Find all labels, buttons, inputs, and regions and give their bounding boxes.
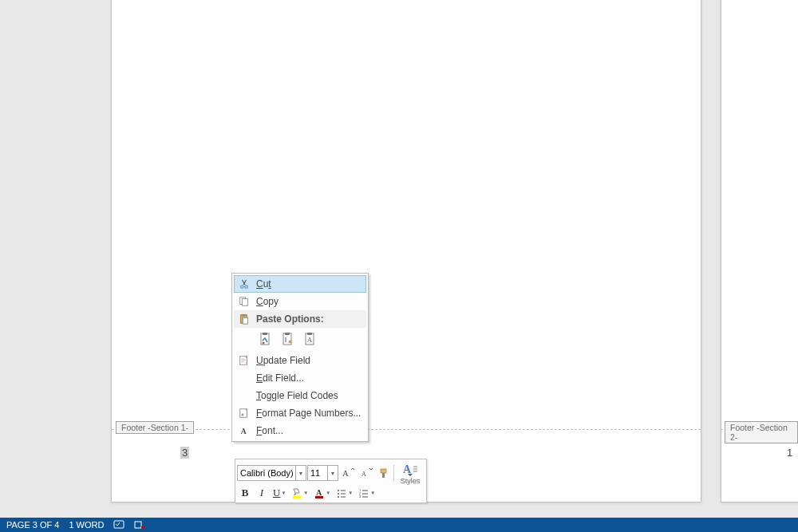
font-icon: A xyxy=(237,424,251,437)
svg-rect-25 xyxy=(293,496,301,499)
svg-point-29 xyxy=(338,493,339,495)
menu-cut[interactable]: Cut xyxy=(234,275,366,293)
svg-point-30 xyxy=(338,496,339,498)
svg-rect-13 xyxy=(307,333,312,335)
grow-font-button[interactable]: A xyxy=(339,465,357,481)
macro-record-icon[interactable] xyxy=(134,520,145,530)
paste-icon xyxy=(237,313,251,325)
svg-point-1 xyxy=(245,286,248,289)
status-bar: PAGE 3 OF 4 1 WORD xyxy=(0,518,798,532)
paste-keep-source-formatting[interactable] xyxy=(256,331,275,349)
separator xyxy=(393,465,394,481)
toggle-field-codes-icon xyxy=(237,389,251,402)
font-name-select[interactable] xyxy=(237,465,296,481)
menu-font-label: Font... xyxy=(256,425,283,436)
styles-label: Styles xyxy=(401,477,421,485)
svg-rect-22 xyxy=(381,469,386,473)
styles-button[interactable]: A xyxy=(399,461,421,477)
menu-toggle-field-codes-label: Toggle Field Codes xyxy=(256,390,338,401)
svg-rect-27 xyxy=(315,496,323,499)
menu-edit-field[interactable]: Edit Field... xyxy=(234,369,366,387)
format-page-numbers-icon: # xyxy=(237,407,251,420)
font-color-button[interactable]: A ▼ xyxy=(311,485,333,501)
edit-field-icon xyxy=(237,372,251,384)
cut-icon xyxy=(237,278,251,290)
menu-format-page-numbers[interactable]: # Format Page Numbers... xyxy=(234,404,366,422)
svg-rect-5 xyxy=(242,314,245,317)
svg-text:!: ! xyxy=(246,361,247,365)
svg-rect-11 xyxy=(285,333,290,335)
menu-cut-label: Cut xyxy=(256,278,271,290)
svg-point-9 xyxy=(263,342,265,345)
spell-check-icon[interactable] xyxy=(113,520,124,530)
mini-toolbar: ▼ ▼ A A A Styles B I U▼ ▼ A xyxy=(235,459,427,503)
svg-text:A: A xyxy=(361,471,366,478)
context-menu: Cut Copy Paste Options: A ! Update Field… xyxy=(231,273,369,442)
paste-merge-formatting[interactable] xyxy=(279,331,298,349)
footer-boundary-left xyxy=(112,429,701,430)
font-size-input[interactable] xyxy=(307,465,328,481)
status-words[interactable]: 1 WORD xyxy=(69,520,104,530)
footer-section-tab-1: Footer -Section 1- xyxy=(116,421,194,434)
menu-paste-options-label: Paste Options: xyxy=(256,313,324,325)
svg-text:A: A xyxy=(307,336,313,344)
svg-text:A: A xyxy=(342,468,349,478)
mini-toolbar-row-top: ▼ ▼ A A A Styles xyxy=(237,461,425,485)
italic-button[interactable]: I xyxy=(254,485,270,501)
copy-icon xyxy=(237,295,251,308)
svg-point-36 xyxy=(141,526,144,529)
svg-text:3: 3 xyxy=(359,495,361,499)
menu-format-page-numbers-label: Format Page Numbers... xyxy=(256,408,361,419)
text-highlight-button[interactable]: ▼ xyxy=(289,485,310,501)
svg-rect-8 xyxy=(263,333,267,335)
svg-text:#: # xyxy=(242,412,244,417)
footer-page-number-left[interactable]: 3 xyxy=(180,447,189,459)
svg-point-28 xyxy=(338,490,339,491)
svg-rect-3 xyxy=(242,299,247,306)
svg-rect-23 xyxy=(382,473,385,478)
svg-point-0 xyxy=(241,286,244,289)
numbering-button[interactable]: 123 ▼ xyxy=(356,485,377,501)
menu-update-field-label: Update Field xyxy=(256,355,310,366)
menu-paste-options: Paste Options: xyxy=(234,310,366,328)
svg-text:A: A xyxy=(241,427,247,435)
menu-copy-label: Copy xyxy=(256,296,279,307)
document-page-left xyxy=(111,0,701,502)
paste-options-row: A xyxy=(234,328,366,352)
menu-edit-field-label: Edit Field... xyxy=(256,372,304,384)
format-painter-button[interactable] xyxy=(376,465,392,481)
svg-text:A: A xyxy=(316,488,322,497)
paste-text-only[interactable]: A xyxy=(301,331,320,349)
svg-rect-10 xyxy=(283,333,291,345)
font-size-dropdown[interactable]: ▼ xyxy=(328,465,338,481)
update-field-icon: ! xyxy=(237,354,251,367)
font-name-dropdown[interactable]: ▼ xyxy=(296,465,306,481)
status-page[interactable]: PAGE 3 OF 4 xyxy=(6,520,59,530)
bold-button[interactable]: B xyxy=(237,485,253,501)
menu-toggle-field-codes[interactable]: Toggle Field Codes xyxy=(234,387,366,404)
svg-text:A: A xyxy=(403,463,412,475)
menu-update-field[interactable]: ! Update Field xyxy=(234,352,366,369)
footer-page-number-right[interactable]: 1 xyxy=(787,447,792,459)
menu-font[interactable]: A Font... xyxy=(234,422,366,439)
svg-rect-35 xyxy=(135,522,141,528)
mini-toolbar-row-bottom: B I U▼ ▼ A ▼ ▼ 123 ▼ xyxy=(237,485,425,501)
bullets-button[interactable]: ▼ xyxy=(334,485,355,501)
menu-copy[interactable]: Copy xyxy=(234,293,366,310)
svg-rect-6 xyxy=(243,317,247,324)
footer-section-tab-2: Footer -Section 2- xyxy=(725,421,798,443)
underline-button[interactable]: U▼ xyxy=(271,485,288,501)
shrink-font-button[interactable]: A xyxy=(358,465,375,481)
